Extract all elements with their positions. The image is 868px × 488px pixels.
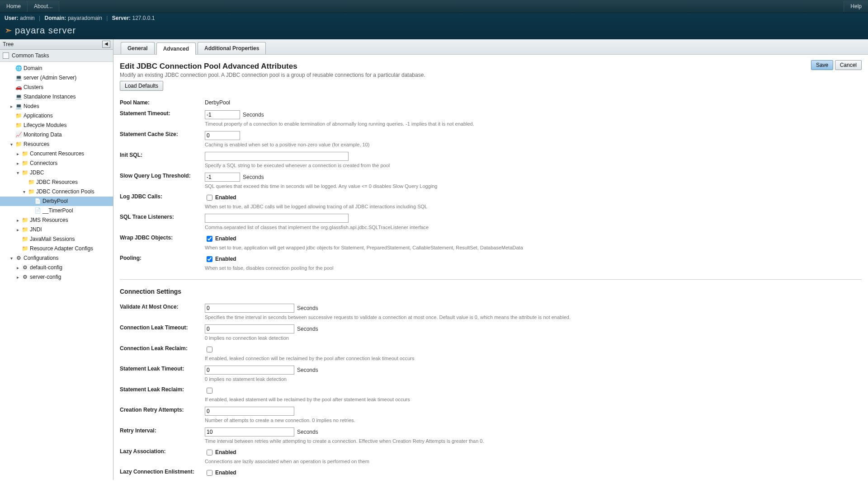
tree-default-config[interactable]: ▸⚙default-config [0, 263, 113, 272]
folder-icon: 📁 [22, 217, 28, 224]
init-sql-input[interactable] [205, 152, 349, 161]
save-button[interactable]: Save [811, 60, 833, 70]
user-label: User: [5, 15, 19, 21]
tree-resources[interactable]: ▾📁Resources [0, 140, 113, 149]
tree-rac[interactable]: 📁Resource Adapter Configs [0, 244, 113, 253]
tab-additional-properties[interactable]: Additional Properties [198, 42, 266, 54]
lazy-association-hint: Connections are lazily associated when a… [205, 459, 571, 464]
common-tasks-link[interactable]: Common Tasks [0, 50, 113, 62]
lazy-association-label: Lazy Association: [120, 446, 205, 466]
tree-concurrent[interactable]: ▸📁Concurrent Resources [0, 149, 113, 159]
sql-trace-input[interactable] [205, 214, 349, 223]
tree-jms[interactable]: ▸📁JMS Resources [0, 216, 113, 225]
tree-timerpool[interactable]: 📄__TimerPool [0, 206, 113, 216]
enabled-label: Enabled [215, 235, 236, 242]
tree-standalone[interactable]: 💻Standalone Instances [0, 92, 113, 102]
tab-advanced[interactable]: Advanced [156, 42, 196, 55]
tree-applications[interactable]: 📁Applications [0, 111, 113, 121]
statement-leak-reclaim-checkbox[interactable] [207, 388, 212, 394]
tree-admin-server[interactable]: 💻server (Admin Server) [0, 73, 113, 83]
statement-leak-timeout-input[interactable] [205, 366, 294, 375]
connection-leak-timeout-hint: 0 implies no connection leak detection [205, 335, 571, 341]
cluster-icon: 🚗 [15, 84, 22, 91]
slow-query-hint: SQL queries that exceed this time in sec… [205, 183, 523, 189]
help-tab[interactable]: Help [844, 1, 868, 12]
validate-at-most-once-input[interactable] [205, 304, 294, 313]
tree-domain[interactable]: 🌐Domain [0, 64, 113, 73]
tree-title: Tree [3, 41, 14, 47]
tree-nodes[interactable]: ▸💻Nodes [0, 102, 113, 111]
tree-jndi[interactable]: ▸📁JNDI [0, 225, 113, 235]
sql-trace-label: SQL Trace Listeners: [120, 211, 205, 232]
monitor-icon: 📈 [15, 132, 22, 138]
home-tab[interactable]: Home [0, 1, 28, 12]
creation-retry-attempts-input[interactable] [205, 407, 294, 416]
server-icon: 💻 [15, 75, 22, 81]
lazy-association-checkbox[interactable] [207, 450, 212, 455]
user-value: admin [20, 15, 35, 21]
folder-icon: 📁 [28, 179, 34, 186]
lazy-connection-enlistment-label: Lazy Connection Enlistment: [120, 466, 205, 479]
tree-monitoring[interactable]: 📈Monitoring Data [0, 130, 113, 140]
server-label: Server: [112, 15, 131, 21]
tree-clusters[interactable]: 🚗Clusters [0, 83, 113, 92]
load-defaults-button[interactable]: Load Defaults [120, 81, 163, 91]
validate-at-most-once-label: Validate At Most Once: [120, 301, 205, 322]
seconds-unit: Seconds [297, 429, 318, 435]
retry-interval-label: Retry Interval: [120, 425, 205, 446]
tree-configurations[interactable]: ▾⚙Configurations [0, 253, 113, 263]
enabled-label: Enabled [215, 194, 236, 201]
log-jdbc-checkbox[interactable] [207, 195, 212, 201]
folder-icon: 📁 [22, 151, 28, 157]
gear-icon: ⚙ [22, 265, 28, 271]
folder-icon: 📁 [22, 160, 28, 167]
tree-javamail[interactable]: 📁JavaMail Sessions [0, 235, 113, 244]
tree-server-config[interactable]: ▸⚙server-config [0, 272, 113, 282]
tree-lifecycle[interactable]: 📁Lifecycle Modules [0, 121, 113, 130]
instance-icon: 💻 [15, 94, 22, 100]
connection-leak-timeout-input[interactable] [205, 324, 294, 333]
module-icon: 📁 [15, 122, 22, 129]
pool-name-label: Pool Name: [120, 97, 205, 108]
statement-timeout-input[interactable] [205, 110, 240, 119]
wrap-jdbc-checkbox[interactable] [207, 236, 212, 242]
pooling-hint: When set to false, disables connection p… [205, 265, 523, 271]
pooling-label: Pooling: [120, 253, 205, 273]
seconds-unit: Seconds [297, 326, 318, 332]
lazy-connection-enlistment-checkbox[interactable] [207, 470, 212, 476]
tasks-icon [3, 52, 9, 59]
tree-jdbc-pools[interactable]: ▾📁JDBC Connection Pools [0, 187, 113, 197]
connection-leak-reclaim-checkbox[interactable] [207, 347, 212, 352]
retry-interval-input[interactable] [205, 427, 294, 436]
domain-label: Domain: [45, 15, 66, 21]
page-description: Modify an existing JDBC connection pool.… [120, 72, 425, 78]
tree-jdbc[interactable]: ▾📁JDBC [0, 168, 113, 178]
statement-leak-timeout-hint: 0 implies no statement leak detection [205, 376, 571, 382]
pool-name-value: DerbyPool [205, 99, 230, 106]
init-sql-hint: Specify a SQL string to be executed when… [205, 163, 523, 168]
statement-cache-input[interactable] [205, 131, 240, 140]
folder-icon: 📁 [22, 227, 28, 233]
logo: ➣ payara server [0, 23, 868, 39]
tree-jdbc-resources[interactable]: 📁JDBC Resources [0, 178, 113, 187]
user-bar: User: admin | Domain: payaradomain | Ser… [0, 13, 868, 23]
cancel-button[interactable]: Cancel [835, 60, 862, 70]
log-jdbc-label: Log JDBC Calls: [120, 191, 205, 211]
wrap-jdbc-hint: When set to true, application will get w… [205, 245, 523, 250]
folder-icon: 📁 [22, 246, 28, 252]
tree-connectors[interactable]: ▸📁Connectors [0, 159, 113, 168]
statement-leak-timeout-label: Statement Leak Timeout: [120, 363, 205, 384]
tab-general[interactable]: General [121, 42, 155, 54]
tree-derbypool[interactable]: 📄DerbyPool [0, 197, 113, 206]
domain-value: payaradomain [68, 15, 102, 21]
about-tab[interactable]: About... [28, 1, 59, 12]
top-menu: Home About... Help [0, 0, 868, 13]
gear-icon: ⚙ [22, 274, 28, 281]
pooling-checkbox[interactable] [207, 256, 212, 262]
connection-leak-reclaim-label: Connection Leak Reclaim: [120, 343, 205, 363]
collapse-tree-icon[interactable]: ◀ [102, 41, 110, 48]
connection-leak-reclaim-hint: If enabled, leaked connection will be re… [205, 356, 571, 361]
seconds-unit: Seconds [243, 112, 264, 118]
slow-query-input[interactable] [205, 173, 240, 182]
gear-icon: ⚙ [15, 255, 22, 262]
